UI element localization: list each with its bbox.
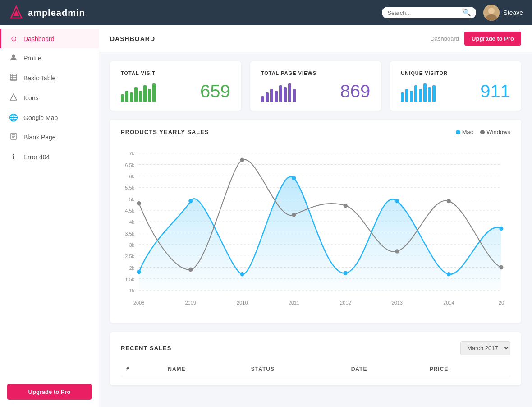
icons-icon [9, 93, 18, 102]
mac-dot-6 [447, 272, 451, 277]
sidebar-item-blank-page[interactable]: Blank Page [0, 127, 99, 147]
sidebar-item-profile[interactable]: Profile [0, 48, 99, 68]
topnav-right: 🔍 Steave [382, 5, 523, 21]
sidebar-item-label: Blank Page [23, 134, 56, 141]
win-dot-2 [240, 158, 244, 162]
stat-title-unique-visitor: UNIQUE VISITOR [401, 70, 510, 76]
svg-text:2008: 2008 [133, 300, 145, 305]
logo: ampleadmin [9, 5, 85, 20]
svg-text:1.5k: 1.5k [125, 277, 134, 282]
page-title: DASHBOARD [110, 35, 155, 42]
svg-text:4k: 4k [129, 219, 134, 225]
chart-svg: .grid-line { stroke: #e0e0e0; stroke-wid… [121, 143, 510, 314]
content-area: DASHBOARD Dashboard Upgrade to Pro TOTAL… [99, 25, 532, 407]
svg-point-5 [12, 55, 15, 58]
sidebar-nav: ⊙ Dashboard Profile Basic Table Icons [0, 25, 99, 377]
stat-value-page-views: 869 [340, 81, 371, 102]
mac-dot-5 [395, 199, 399, 204]
page-header: DASHBOARD Dashboard Upgrade to Pro [99, 25, 532, 52]
month-select[interactable]: March 2017 [460, 341, 510, 355]
win-dot-7 [499, 265, 503, 270]
win-dot-5 [395, 249, 399, 254]
sidebar-item-label: Basic Table [23, 74, 55, 82]
recent-section: RECENT SALES March 2017 # NAME STATUS DA… [110, 332, 521, 385]
col-header-price: PRICE [424, 362, 510, 376]
mini-bars-total-visit [121, 83, 156, 102]
sidebar-item-label: Profile [23, 55, 41, 62]
user-name: Steave [503, 9, 523, 16]
mac-dot-2 [240, 272, 244, 277]
stat-bottom-page-views: 869 [261, 81, 371, 102]
col-header-num: # [121, 362, 162, 376]
chart-header: PRODUCTS YEARLY SALES Mac Windows [121, 129, 510, 135]
svg-text:6k: 6k [129, 174, 134, 179]
recent-table: # NAME STATUS DATE PRICE [121, 362, 510, 376]
search-icon: 🔍 [463, 9, 471, 16]
chart-section: PRODUCTS YEARLY SALES Mac Windows [110, 120, 521, 323]
search-input[interactable] [387, 9, 459, 16]
svg-text:2011: 2011 [288, 300, 299, 305]
stat-bottom-total-visit: 659 [121, 81, 230, 102]
breadcrumb-area: Dashboard Upgrade to Pro [430, 32, 521, 46]
stat-bottom-unique-visitor: 911 [401, 81, 510, 102]
sidebar-upgrade-button[interactable]: Upgrade to Pro [7, 384, 92, 400]
svg-text:4.5k: 4.5k [125, 208, 134, 213]
chart-container: .grid-line { stroke: #e0e0e0; stroke-wid… [121, 143, 510, 314]
avatar [483, 5, 500, 21]
profile-icon [9, 54, 18, 63]
stat-value-unique-visitor: 911 [480, 81, 510, 102]
stats-row: TOTAL VISIT 659 [99, 52, 532, 120]
search-box[interactable]: 🔍 [382, 7, 476, 18]
dashboard-icon: ⊙ [9, 34, 18, 43]
svg-text:2009: 2009 [185, 300, 196, 305]
svg-text:6.5k: 6.5k [125, 162, 134, 168]
sidebar-item-label: Dashboard [23, 35, 55, 42]
table-icon [9, 74, 18, 83]
svg-text:2012: 2012 [340, 300, 351, 305]
win-dot-0 [137, 201, 141, 206]
stat-title-page-views: TOTAL PAGE VIEWS [261, 70, 371, 76]
mac-legend-label: Mac [462, 129, 473, 135]
svg-text:3k: 3k [129, 242, 134, 248]
svg-text:5k: 5k [129, 197, 134, 202]
svg-text:2010: 2010 [237, 300, 248, 305]
sidebar-item-dashboard[interactable]: ⊙ Dashboard [0, 29, 99, 48]
sidebar: ⊙ Dashboard Profile Basic Table Icons [0, 25, 99, 407]
mini-bars-page-views [261, 83, 296, 102]
sidebar-item-label: Icons [23, 94, 38, 102]
logo-icon [9, 5, 23, 20]
sidebar-item-label: Google Map [23, 114, 58, 121]
svg-text:7k: 7k [129, 151, 134, 156]
sidebar-item-icons[interactable]: Icons [0, 88, 99, 108]
recent-sales-title: RECENT SALES [121, 345, 171, 352]
upgrade-to-pro-button[interactable]: Upgrade to Pro [464, 32, 521, 46]
svg-text:3.5k: 3.5k [125, 231, 134, 236]
mac-dot-3 [292, 176, 296, 180]
sidebar-item-basic-table[interactable]: Basic Table [0, 68, 99, 88]
svg-text:1k: 1k [129, 288, 134, 293]
stat-card-total-visit: TOTAL VISIT 659 [110, 61, 241, 111]
mac-dot-1 [188, 199, 193, 204]
win-dot-6 [447, 199, 451, 204]
stat-card-unique-visitor: UNIQUE VISITOR 911 [390, 61, 521, 111]
svg-text:5.5k: 5.5k [125, 185, 134, 190]
windows-legend-label: Windows [486, 129, 510, 135]
globe-icon: 🌐 [9, 113, 18, 122]
col-header-status: STATUS [246, 362, 346, 376]
col-header-date: DATE [346, 362, 424, 376]
chart-title: PRODUCTS YEARLY SALES [121, 129, 209, 135]
sidebar-item-label: Error 404 [23, 153, 50, 161]
sidebar-item-error-404[interactable]: ℹ Error 404 [0, 147, 99, 166]
windows-legend-dot [480, 130, 485, 134]
mac-legend-dot [456, 130, 460, 134]
mac-dot-4 [344, 271, 348, 275]
sidebar-item-google-map[interactable]: 🌐 Google Map [0, 108, 99, 127]
user-area[interactable]: Steave [483, 5, 523, 21]
mac-dot-7 [499, 227, 503, 231]
chart-legend: Mac Windows [456, 129, 510, 135]
top-navigation: ampleadmin 🔍 Steave [0, 0, 532, 25]
main-layout: ⊙ Dashboard Profile Basic Table Icons [0, 25, 532, 407]
win-dot-4 [344, 204, 348, 208]
mini-bars-unique-visitor [401, 83, 436, 102]
svg-text:2014: 2014 [443, 300, 454, 305]
